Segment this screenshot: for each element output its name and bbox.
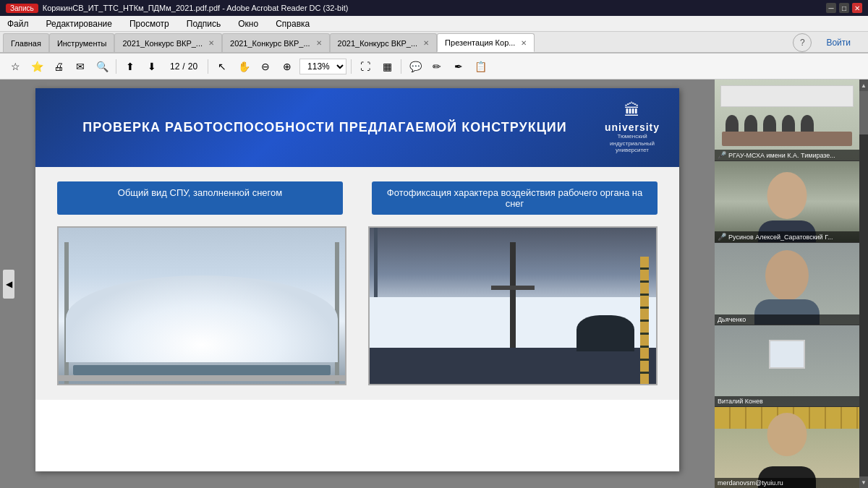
next-page-button[interactable]: ⬇ xyxy=(142,57,161,76)
video-tile-5: merdanovsm@tyuiu.ru xyxy=(715,407,859,488)
tile2-bg xyxy=(715,161,859,242)
person4 xyxy=(782,115,795,133)
select-tool[interactable]: ↖ xyxy=(213,57,231,76)
photo2-container xyxy=(368,226,658,385)
help-button[interactable]: ? xyxy=(793,33,812,52)
pan-button[interactable]: ⛶ xyxy=(356,57,375,76)
page-sep: / xyxy=(182,61,184,72)
conf-people xyxy=(726,115,848,133)
print-button[interactable]: 🖨 xyxy=(49,57,68,76)
tile4-bg xyxy=(715,325,859,406)
menu-bar: Файл Редактирование Просмотр Подпись Окн… xyxy=(0,16,868,32)
tab-doc1[interactable]: 2021_Конкурс ВКР_... ✕ xyxy=(114,33,222,52)
tab-doc1-close[interactable]: ✕ xyxy=(208,39,214,47)
participant-label-2: Русинов Алексей_Саратовский Г... xyxy=(728,234,833,241)
water-tray xyxy=(73,365,331,375)
sep2 xyxy=(208,59,208,74)
highlight-button[interactable]: ✏ xyxy=(427,57,446,76)
title-bar-left: Запись КорякинСВ_ИТ_ТТС_НТКм_ПДМм_2021.p… xyxy=(6,4,348,13)
snow-pile xyxy=(66,275,338,362)
conf-table xyxy=(722,132,852,146)
menu-file[interactable]: Файл xyxy=(3,17,33,30)
person2 xyxy=(744,115,757,133)
tab-doc3-close[interactable]: ✕ xyxy=(423,39,429,47)
page-indicator: 12 / 20 xyxy=(164,61,203,72)
zoom-select[interactable]: 113% xyxy=(299,59,346,74)
mechanism-rod xyxy=(510,242,516,358)
bookmark-button[interactable]: ☆ xyxy=(6,57,25,76)
slide-content: Общий вид СПУ, заполненной снегом Фотофи… xyxy=(35,167,679,400)
tab-doc3-label: 2021_Конкурс ВКР_... xyxy=(338,39,418,48)
mechanism-cross xyxy=(491,286,535,290)
video-tile-4: Виталий Конев xyxy=(715,325,859,407)
participant-label-4: Виталий Конев xyxy=(718,398,763,405)
right-scrollbar: ▲ ▼ xyxy=(859,80,868,488)
photo2 xyxy=(370,228,656,384)
email-button[interactable]: ✉ xyxy=(71,57,90,76)
menu-edit[interactable]: Редактирование xyxy=(42,17,116,30)
tab-doc1-label: 2021_Конкурс ВКР_... xyxy=(122,39,203,48)
tab-tools[interactable]: Инструменты xyxy=(49,33,115,52)
menu-window[interactable]: Окно xyxy=(234,17,263,30)
close-button[interactable]: ✕ xyxy=(852,3,862,13)
marquee-button[interactable]: ▦ xyxy=(378,57,396,76)
scroll-thumb[interactable] xyxy=(859,91,868,134)
tab-doc2[interactable]: 2021_Конкурс ВКР_... ✕ xyxy=(222,33,330,52)
video-tile-2: 🎤 Русинов Алексей_Саратовский Г... xyxy=(715,161,859,243)
video-tile-3: Дьяченко xyxy=(715,243,859,325)
screen-glow xyxy=(769,340,805,369)
slide-header: ПРОВЕРКА РАБОТОСПОСОБНОСТИ ПРЕДЛАГАЕМОЙ … xyxy=(35,88,679,167)
participant-label-1: РГАУ-МСХА имени К.А. Тимиразе... xyxy=(728,152,835,159)
tab-doc3[interactable]: 2021_Конкурс ВКР_... ✕ xyxy=(330,33,438,52)
participant-name-5: merdanovsm@tyuiu.ru xyxy=(715,478,859,488)
face5 xyxy=(767,413,807,456)
participant-label-3: Дьяченко xyxy=(718,316,746,323)
frame-bottom xyxy=(59,375,345,381)
mic-icon-1: 🎤 xyxy=(718,151,726,159)
face3 xyxy=(765,250,809,301)
menu-help[interactable]: Справка xyxy=(271,17,314,30)
left-nav-arrow[interactable]: ◀ xyxy=(3,270,14,299)
tab-bar: Главная Инструменты 2021_Конкурс ВКР_...… xyxy=(0,32,868,53)
mic-icon-2: 🎤 xyxy=(718,233,726,241)
content-labels: Общий вид СПУ, заполненной снегом Фотофи… xyxy=(57,181,658,215)
right-panel: 🎤 РГАУ-МСХА имени К.А. Тимиразе... 🎤 Рус… xyxy=(715,80,859,488)
menu-view[interactable]: Просмотр xyxy=(125,17,174,30)
zoom-out-button[interactable]: ⊖ xyxy=(256,57,275,76)
pdf-area: ◀ ПРОВЕРКА РАБОТОСПОСОБНОСТИ ПРЕДЛАГАЕМО… xyxy=(0,80,715,488)
scroll-up-button[interactable]: ▲ xyxy=(859,80,868,91)
sep1 xyxy=(116,59,116,74)
toolbar: ☆ ⭐ 🖨 ✉ 🔍 ⬆ ⬇ 12 / 20 ↖ ✋ ⊖ ⊕ 113% ⛶ ▦ 💬… xyxy=(0,53,868,80)
participant-name-1: 🎤 РГАУ-МСХА имени К.А. Тимиразе... xyxy=(715,150,859,160)
face2 xyxy=(767,172,807,219)
photo1 xyxy=(59,228,345,384)
hand-tool[interactable]: ✋ xyxy=(234,57,253,76)
zoom-in-small[interactable]: 🔍 xyxy=(93,57,111,76)
login-button[interactable]: Войти xyxy=(817,35,859,51)
maximize-button[interactable]: □ xyxy=(839,3,849,13)
tile5-bg xyxy=(715,407,859,488)
tab-presentation-close[interactable]: ✕ xyxy=(521,39,527,47)
scroll-down-button[interactable]: ▼ xyxy=(859,476,868,488)
recording-badge: Запись xyxy=(6,4,38,13)
photo1-container xyxy=(57,226,346,385)
person3 xyxy=(763,115,776,133)
tile3-bg xyxy=(715,243,859,324)
tile1-bg xyxy=(715,80,859,160)
zoom-in-button[interactable]: ⊕ xyxy=(278,57,297,76)
stamp-button[interactable]: 📋 xyxy=(471,57,490,76)
tab-doc2-close[interactable]: ✕ xyxy=(316,39,322,47)
tab-home[interactable]: Главная xyxy=(3,33,49,52)
star-button[interactable]: ⭐ xyxy=(27,57,46,76)
university-name: university xyxy=(605,121,660,133)
minimize-button[interactable]: ─ xyxy=(826,3,836,13)
menu-sign[interactable]: Подпись xyxy=(182,17,226,30)
tab-presentation-label: Презентация Кор... xyxy=(445,38,515,47)
prev-page-button[interactable]: ⬆ xyxy=(121,57,140,76)
snow2-dark xyxy=(370,348,656,384)
university-icon: 🏛 xyxy=(624,101,640,120)
tab-presentation[interactable]: Презентация Кор... ✕ xyxy=(437,33,535,52)
main-layout: ◀ ПРОВЕРКА РАБОТОСПОСОБНОСТИ ПРЕДЛАГАЕМО… xyxy=(0,80,868,488)
comment-button[interactable]: 💬 xyxy=(406,57,425,76)
markup-button[interactable]: ✒ xyxy=(449,57,468,76)
